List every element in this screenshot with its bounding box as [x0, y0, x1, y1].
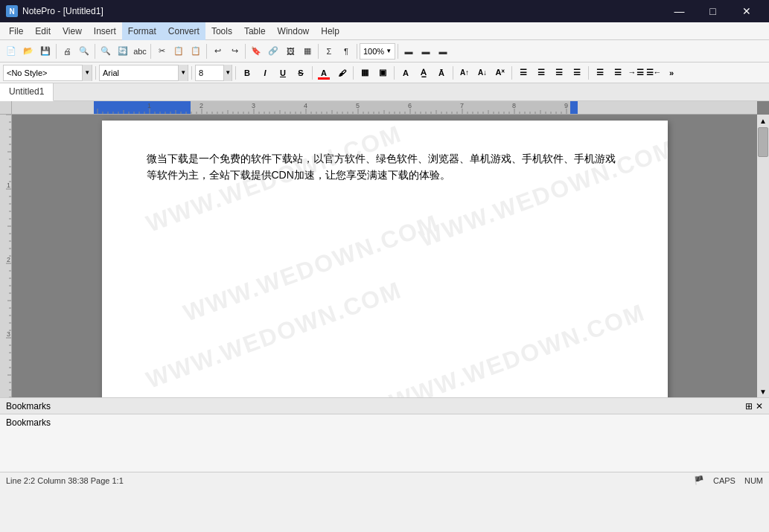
fill-button[interactable]: ▣: [374, 65, 391, 81]
italic-button[interactable]: I: [257, 65, 273, 81]
sep3: [150, 44, 151, 59]
zoom-arrow: ▼: [386, 48, 392, 54]
style-a-button[interactable]: A: [398, 65, 414, 81]
menu-help[interactable]: Help: [315, 22, 345, 40]
v-scrollbar[interactable]: ▲ ▼: [757, 115, 769, 397]
preview-button[interactable]: 🔍: [76, 43, 92, 60]
v-ruler: [0, 115, 12, 397]
spellcheck-button[interactable]: abc: [132, 43, 148, 60]
doc-scroll-area[interactable]: WWW.WEDOWN.COM WWW.WEDOWN.COM WWW.WEDOWN…: [12, 115, 757, 397]
align-left[interactable]: ☰: [515, 65, 532, 81]
table-button[interactable]: ▦: [299, 43, 316, 60]
print-button[interactable]: 🖨: [59, 43, 75, 60]
indent-out[interactable]: ☰←: [645, 65, 662, 81]
font-dropdown-btn[interactable]: ▼: [178, 65, 188, 81]
paste-button[interactable]: 📋: [188, 43, 204, 60]
menu-convert[interactable]: Convert: [162, 22, 205, 40]
watermark-2: WWW.WEDOWN.COM: [179, 209, 442, 327]
tab-untitled1[interactable]: Untitled1: [0, 83, 54, 101]
border-button[interactable]: ▦: [357, 65, 373, 81]
h-ruler: [12, 101, 757, 115]
sep4: [206, 44, 207, 59]
caps-indicator: CAPS: [713, 476, 736, 485]
menu-window[interactable]: Window: [272, 22, 316, 40]
bookmarks-header: Bookmarks ⊞ ✕: [0, 398, 769, 414]
menu-view[interactable]: View: [57, 22, 88, 40]
document-page: WWW.WEDOWN.COM WWW.WEDOWN.COM WWW.WEDOWN…: [102, 121, 668, 397]
cols2-button[interactable]: ▬: [418, 43, 434, 60]
new-button[interactable]: 📄: [3, 43, 19, 60]
zoom-value: 100%: [363, 47, 384, 56]
line-col-status: Line 2:2 Column 38:38 Page 1:1: [6, 476, 124, 485]
align-justify[interactable]: ☰: [569, 65, 585, 81]
cols1-button[interactable]: ▬: [401, 43, 417, 60]
font-x[interactable]: Aˣ: [492, 65, 508, 81]
save-button[interactable]: 💾: [37, 43, 54, 60]
increase-font[interactable]: A↑: [456, 65, 473, 81]
scroll-thumb[interactable]: [758, 127, 768, 157]
menu-table[interactable]: Table: [238, 22, 272, 40]
font-combo[interactable]: ▼: [99, 65, 188, 81]
menu-format[interactable]: Format: [122, 22, 162, 40]
indent-in[interactable]: →☰: [628, 65, 644, 81]
bookmarks-content-label: Bookmarks: [6, 417, 51, 428]
size-dropdown-btn[interactable]: ▼: [223, 65, 232, 81]
sep1: [56, 44, 57, 59]
style-combo[interactable]: ▼: [3, 65, 92, 81]
bookmarks-dock-btn[interactable]: ⊞: [745, 401, 753, 411]
style-dropdown-btn[interactable]: ▼: [82, 65, 92, 81]
bookmarks-close-btn[interactable]: ✕: [756, 401, 763, 411]
open-button[interactable]: 📂: [20, 43, 36, 60]
doc-paragraph[interactable]: 微当下载是一个免费的软件下载站，以官方软件、绿色软件、浏览器、单机游戏、手机软件…: [147, 150, 623, 184]
bold-button[interactable]: B: [239, 65, 255, 81]
size-combo[interactable]: ▼: [195, 65, 232, 81]
scroll-up-btn[interactable]: ▲: [757, 115, 769, 126]
watermark-5: WWW.WEDOWN.COM: [386, 298, 649, 397]
menu-insert[interactable]: Insert: [88, 22, 122, 40]
style-input[interactable]: [4, 68, 82, 77]
zoom-dropdown[interactable]: 100% ▼: [360, 43, 395, 60]
more-btn[interactable]: »: [663, 65, 680, 81]
title-bar-controls: — □ ✕: [663, 0, 763, 22]
menu-tools[interactable]: Tools: [205, 22, 238, 40]
undo-button[interactable]: ↩: [209, 43, 226, 60]
bookmarks-title: Bookmarks: [6, 401, 51, 411]
bookmark-button[interactable]: 🔖: [248, 43, 264, 60]
align-center[interactable]: ☰: [533, 65, 549, 81]
menu-file[interactable]: File: [3, 22, 29, 40]
menu-edit[interactable]: Edit: [29, 22, 57, 40]
align-right[interactable]: ☰: [551, 65, 567, 81]
replace-button[interactable]: 🔄: [115, 43, 131, 60]
font-input[interactable]: [100, 68, 178, 77]
cols3-button[interactable]: ▬: [435, 43, 451, 60]
highlight-button[interactable]: 🖌: [334, 65, 350, 81]
doc-content[interactable]: 微当下载是一个免费的软件下载站，以官方软件、绿色软件、浏览器、单机游戏、手机软件…: [147, 150, 623, 184]
style-b-button[interactable]: A̲: [415, 65, 432, 81]
watermark-4: WWW.WEDOWN.COM: [142, 276, 405, 394]
sep2: [95, 44, 95, 59]
cut-button[interactable]: ✂: [153, 43, 170, 60]
list-ol[interactable]: ☰: [610, 65, 626, 81]
para-button[interactable]: ¶: [338, 43, 354, 60]
decrease-font[interactable]: A↓: [474, 65, 491, 81]
list-ul[interactable]: ☰: [592, 65, 608, 81]
minimize-button[interactable]: —: [663, 0, 696, 22]
close-button[interactable]: ✕: [730, 0, 763, 22]
app-icon: N: [6, 5, 18, 17]
image-button[interactable]: 🖼: [282, 43, 299, 60]
maximize-button[interactable]: □: [696, 0, 730, 22]
size-input[interactable]: [196, 68, 223, 77]
redo-button[interactable]: ↪: [226, 43, 243, 60]
strike-button[interactable]: S: [293, 65, 309, 81]
find-button[interactable]: 🔍: [98, 43, 114, 60]
scroll-down-btn[interactable]: ▼: [757, 385, 769, 397]
sep-fmt9: [588, 66, 589, 80]
font-color-button[interactable]: A: [316, 65, 332, 81]
copy-button[interactable]: 📋: [170, 43, 187, 60]
symbol-button[interactable]: Σ: [321, 43, 337, 60]
link-button[interactable]: 🔗: [265, 43, 281, 60]
scroll-track[interactable]: [757, 126, 769, 385]
tab-label: Untitled1: [9, 86, 44, 97]
underline-button[interactable]: U: [275, 65, 291, 81]
style-c-button[interactable]: Ā: [433, 65, 450, 81]
